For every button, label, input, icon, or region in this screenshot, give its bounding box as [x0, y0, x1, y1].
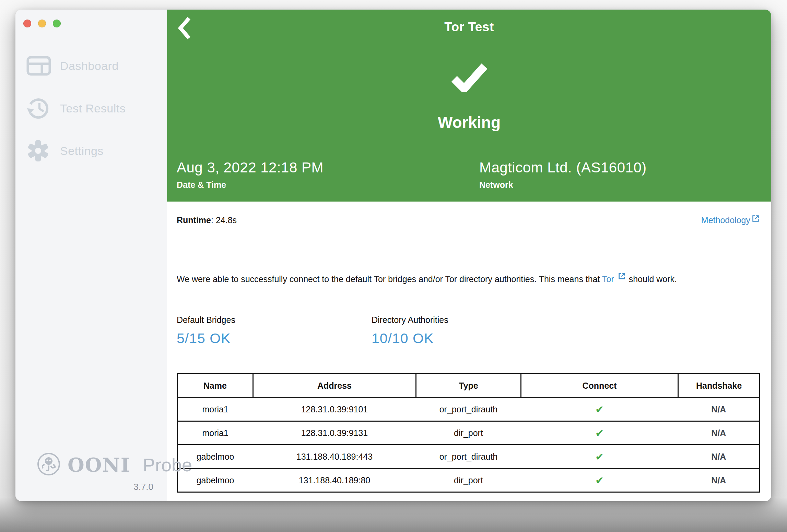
history-icon	[26, 97, 52, 120]
info-date-time: Aug 3, 2022 12:18 PM Date & Time	[177, 159, 479, 190]
cell-address: 131.188.40.189:80	[253, 469, 416, 492]
stat-value: 10/10 OK	[372, 330, 448, 347]
sidebar-item-dashboard[interactable]: Dashboard	[15, 45, 167, 87]
stat-directory-authorities: Directory Authorities 10/10 OK	[372, 315, 448, 347]
cell-type: or_port_dirauth	[416, 445, 521, 469]
status-text: Working	[167, 113, 771, 132]
sidebar-item-label: Dashboard	[60, 59, 119, 73]
description-after: should work.	[626, 274, 677, 284]
result-content: Runtime: 24.8s Methodology We were able …	[167, 202, 771, 501]
table-header-row: Name Address Type Connect Handshake	[177, 374, 760, 398]
cell-type: or_port_dirauth	[416, 398, 521, 421]
logo-brand-text: OONI	[68, 454, 130, 476]
sidebar-item-label: Test Results	[60, 102, 126, 115]
stats-row: Default Bridges 5/15 OK Directory Author…	[177, 315, 760, 347]
network-value: Magticom Ltd. (AS16010)	[479, 159, 647, 176]
cell-handshake: N/A	[678, 421, 760, 445]
result-description: We were able to successfully connect to …	[177, 272, 760, 286]
traffic-lights	[23, 20, 61, 27]
sidebar-item-label: Settings	[60, 144, 104, 158]
table-row: gabelmoo 131.188.40.189:80 dir_port ✔ N/…	[177, 469, 760, 492]
date-time-label: Date & Time	[177, 180, 479, 190]
gear-icon	[26, 139, 52, 162]
connect-ok-icon: ✔	[595, 404, 604, 415]
cell-connect: ✔	[521, 398, 678, 421]
date-time-value: Aug 3, 2022 12:18 PM	[177, 159, 479, 176]
main-panel: Tor Test Working Aug 3, 2022 12:18 PM Da…	[167, 10, 771, 501]
cell-type: dir_port	[416, 469, 521, 492]
sidebar-item-settings[interactable]: Settings	[15, 130, 167, 172]
column-header-name: Name	[177, 374, 253, 398]
cell-address: 128.31.0.39:9101	[253, 398, 416, 421]
external-link-icon[interactable]	[615, 273, 626, 282]
column-header-connect: Connect	[521, 374, 678, 398]
result-header: Tor Test Working Aug 3, 2022 12:18 PM Da…	[167, 10, 771, 202]
app-version: 3.7.0	[37, 482, 153, 492]
cell-handshake: N/A	[678, 469, 760, 492]
ooni-octopus-icon	[37, 452, 61, 477]
table-row: moria1 128.31.0.39:9101 or_port_dirauth …	[177, 398, 760, 421]
column-header-type: Type	[416, 374, 521, 398]
column-header-address: Address	[253, 374, 416, 398]
cell-type: dir_port	[416, 421, 521, 445]
back-button[interactable]	[177, 16, 194, 40]
methodology-link[interactable]: Methodology	[701, 215, 760, 227]
network-label: Network	[479, 180, 647, 190]
logo-product-text: Probe	[143, 454, 192, 475]
tor-targets-table: Name Address Type Connect Handshake mori…	[177, 373, 760, 493]
success-check-icon	[167, 63, 771, 92]
stat-label: Directory Authorities	[372, 315, 448, 325]
cell-address: 131.188.40.189:443	[253, 445, 416, 469]
close-window-button[interactable]	[23, 20, 31, 27]
runtime-text: Runtime: 24.8s	[177, 215, 237, 225]
minimize-window-button[interactable]	[38, 20, 46, 27]
ooni-probe-logo: OONI Probe 3.7.0	[37, 452, 153, 492]
runtime-value: : 24.8s	[211, 215, 237, 225]
sidebar: Dashboard Test Results	[15, 10, 167, 501]
cell-connect: ✔	[521, 421, 678, 445]
chevron-left-icon	[177, 17, 192, 40]
stat-label: Default Bridges	[177, 315, 372, 325]
tor-link[interactable]: Tor	[602, 274, 614, 284]
external-link-icon	[751, 214, 760, 225]
connect-ok-icon: ✔	[595, 427, 604, 439]
cell-name: moria1	[177, 398, 253, 421]
column-header-handshake: Handshake	[678, 374, 760, 398]
page-title: Tor Test	[167, 10, 771, 34]
runtime-row: Runtime: 24.8s Methodology	[177, 215, 760, 227]
sidebar-nav: Dashboard Test Results	[15, 45, 167, 172]
dashboard-icon	[26, 56, 52, 76]
zoom-window-button[interactable]	[53, 20, 61, 27]
sidebar-item-test-results[interactable]: Test Results	[15, 87, 167, 130]
stat-value: 5/15 OK	[177, 330, 372, 347]
table-row: moria1 128.31.0.39:9131 dir_port ✔ N/A	[177, 421, 760, 445]
runtime-label: Runtime	[177, 215, 211, 225]
table-row: gabelmoo 131.188.40.189:443 or_port_dira…	[177, 445, 760, 469]
cell-name: moria1	[177, 421, 253, 445]
info-network: Magticom Ltd. (AS16010) Network	[479, 159, 647, 190]
cell-handshake: N/A	[678, 398, 760, 421]
cell-address: 128.31.0.39:9131	[253, 421, 416, 445]
stat-default-bridges: Default Bridges 5/15 OK	[177, 315, 372, 347]
connect-ok-icon: ✔	[595, 475, 604, 486]
cell-connect: ✔	[521, 445, 678, 469]
description-before: We were able to successfully connect to …	[177, 274, 602, 284]
connect-ok-icon: ✔	[595, 451, 604, 462]
app-window: Dashboard Test Results	[15, 10, 771, 501]
result-info-row: Aug 3, 2022 12:18 PM Date & Time Magtico…	[177, 159, 762, 190]
cell-connect: ✔	[521, 469, 678, 492]
cell-handshake: N/A	[678, 445, 760, 469]
methodology-label: Methodology	[701, 215, 750, 225]
